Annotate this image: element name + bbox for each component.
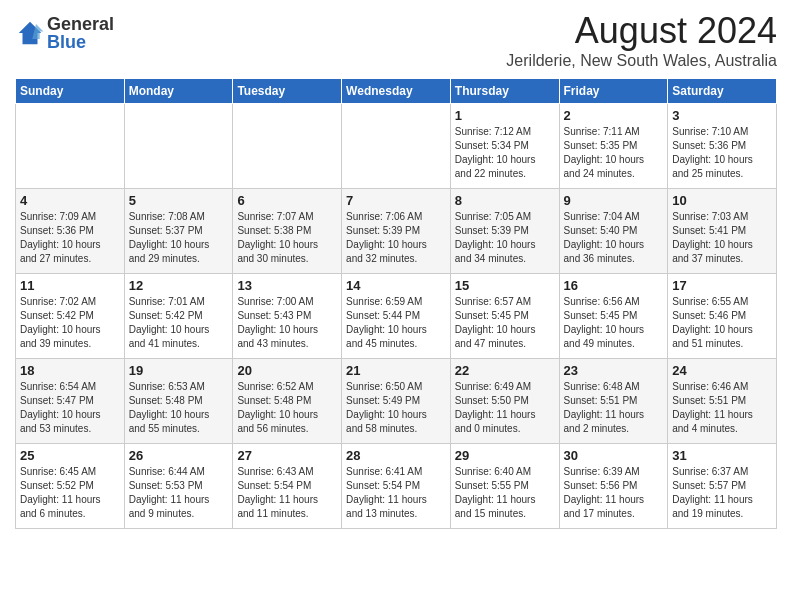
day-info: Sunrise: 7:12 AMSunset: 5:34 PMDaylight:… xyxy=(455,125,555,181)
header-thursday: Thursday xyxy=(450,79,559,104)
calendar-cell: 12Sunrise: 7:01 AMSunset: 5:42 PMDayligh… xyxy=(124,274,233,359)
day-info: Sunrise: 6:48 AMSunset: 5:51 PMDaylight:… xyxy=(564,380,664,436)
day-number: 25 xyxy=(20,448,120,463)
title-block: August 2024 Jerilderie, New South Wales,… xyxy=(506,10,777,70)
calendar-cell: 25Sunrise: 6:45 AMSunset: 5:52 PMDayligh… xyxy=(16,444,125,529)
day-info: Sunrise: 6:49 AMSunset: 5:50 PMDaylight:… xyxy=(455,380,555,436)
calendar-cell: 10Sunrise: 7:03 AMSunset: 5:41 PMDayligh… xyxy=(668,189,777,274)
calendar-cell: 9Sunrise: 7:04 AMSunset: 5:40 PMDaylight… xyxy=(559,189,668,274)
calendar-cell: 22Sunrise: 6:49 AMSunset: 5:50 PMDayligh… xyxy=(450,359,559,444)
header-tuesday: Tuesday xyxy=(233,79,342,104)
day-info: Sunrise: 6:56 AMSunset: 5:45 PMDaylight:… xyxy=(564,295,664,351)
day-number: 27 xyxy=(237,448,337,463)
day-number: 28 xyxy=(346,448,446,463)
day-number: 3 xyxy=(672,108,772,123)
week-row-2: 4Sunrise: 7:09 AMSunset: 5:36 PMDaylight… xyxy=(16,189,777,274)
day-info: Sunrise: 7:11 AMSunset: 5:35 PMDaylight:… xyxy=(564,125,664,181)
day-info: Sunrise: 7:02 AMSunset: 5:42 PMDaylight:… xyxy=(20,295,120,351)
day-number: 11 xyxy=(20,278,120,293)
calendar-cell: 11Sunrise: 7:02 AMSunset: 5:42 PMDayligh… xyxy=(16,274,125,359)
calendar-cell: 7Sunrise: 7:06 AMSunset: 5:39 PMDaylight… xyxy=(342,189,451,274)
calendar-cell: 26Sunrise: 6:44 AMSunset: 5:53 PMDayligh… xyxy=(124,444,233,529)
calendar-cell: 17Sunrise: 6:55 AMSunset: 5:46 PMDayligh… xyxy=(668,274,777,359)
calendar-cell: 3Sunrise: 7:10 AMSunset: 5:36 PMDaylight… xyxy=(668,104,777,189)
header-monday: Monday xyxy=(124,79,233,104)
day-info: Sunrise: 6:37 AMSunset: 5:57 PMDaylight:… xyxy=(672,465,772,521)
calendar-cell: 19Sunrise: 6:53 AMSunset: 5:48 PMDayligh… xyxy=(124,359,233,444)
calendar-cell xyxy=(124,104,233,189)
logo: General Blue xyxy=(15,15,114,51)
day-info: Sunrise: 6:44 AMSunset: 5:53 PMDaylight:… xyxy=(129,465,229,521)
calendar-cell: 31Sunrise: 6:37 AMSunset: 5:57 PMDayligh… xyxy=(668,444,777,529)
day-number: 4 xyxy=(20,193,120,208)
day-number: 17 xyxy=(672,278,772,293)
day-number: 8 xyxy=(455,193,555,208)
page-header: General Blue August 2024 Jerilderie, New… xyxy=(15,10,777,70)
day-info: Sunrise: 6:45 AMSunset: 5:52 PMDaylight:… xyxy=(20,465,120,521)
calendar-cell: 1Sunrise: 7:12 AMSunset: 5:34 PMDaylight… xyxy=(450,104,559,189)
day-info: Sunrise: 7:01 AMSunset: 5:42 PMDaylight:… xyxy=(129,295,229,351)
day-number: 2 xyxy=(564,108,664,123)
calendar-cell: 5Sunrise: 7:08 AMSunset: 5:37 PMDaylight… xyxy=(124,189,233,274)
day-info: Sunrise: 7:08 AMSunset: 5:37 PMDaylight:… xyxy=(129,210,229,266)
day-number: 5 xyxy=(129,193,229,208)
day-number: 23 xyxy=(564,363,664,378)
calendar-cell: 6Sunrise: 7:07 AMSunset: 5:38 PMDaylight… xyxy=(233,189,342,274)
day-info: Sunrise: 7:00 AMSunset: 5:43 PMDaylight:… xyxy=(237,295,337,351)
calendar-cell: 21Sunrise: 6:50 AMSunset: 5:49 PMDayligh… xyxy=(342,359,451,444)
day-info: Sunrise: 7:05 AMSunset: 5:39 PMDaylight:… xyxy=(455,210,555,266)
calendar-cell: 30Sunrise: 6:39 AMSunset: 5:56 PMDayligh… xyxy=(559,444,668,529)
day-info: Sunrise: 7:04 AMSunset: 5:40 PMDaylight:… xyxy=(564,210,664,266)
day-info: Sunrise: 7:09 AMSunset: 5:36 PMDaylight:… xyxy=(20,210,120,266)
day-number: 19 xyxy=(129,363,229,378)
day-info: Sunrise: 6:54 AMSunset: 5:47 PMDaylight:… xyxy=(20,380,120,436)
calendar-cell: 15Sunrise: 6:57 AMSunset: 5:45 PMDayligh… xyxy=(450,274,559,359)
day-info: Sunrise: 7:06 AMSunset: 5:39 PMDaylight:… xyxy=(346,210,446,266)
day-number: 20 xyxy=(237,363,337,378)
week-row-4: 18Sunrise: 6:54 AMSunset: 5:47 PMDayligh… xyxy=(16,359,777,444)
calendar-cell: 14Sunrise: 6:59 AMSunset: 5:44 PMDayligh… xyxy=(342,274,451,359)
calendar-cell: 16Sunrise: 6:56 AMSunset: 5:45 PMDayligh… xyxy=(559,274,668,359)
day-number: 12 xyxy=(129,278,229,293)
day-info: Sunrise: 6:43 AMSunset: 5:54 PMDaylight:… xyxy=(237,465,337,521)
day-info: Sunrise: 6:57 AMSunset: 5:45 PMDaylight:… xyxy=(455,295,555,351)
week-row-1: 1Sunrise: 7:12 AMSunset: 5:34 PMDaylight… xyxy=(16,104,777,189)
day-info: Sunrise: 6:59 AMSunset: 5:44 PMDaylight:… xyxy=(346,295,446,351)
calendar-cell: 24Sunrise: 6:46 AMSunset: 5:51 PMDayligh… xyxy=(668,359,777,444)
location-subtitle: Jerilderie, New South Wales, Australia xyxy=(506,52,777,70)
day-number: 7 xyxy=(346,193,446,208)
day-number: 14 xyxy=(346,278,446,293)
day-info: Sunrise: 6:53 AMSunset: 5:48 PMDaylight:… xyxy=(129,380,229,436)
day-number: 22 xyxy=(455,363,555,378)
calendar-cell: 2Sunrise: 7:11 AMSunset: 5:35 PMDaylight… xyxy=(559,104,668,189)
calendar-cell: 20Sunrise: 6:52 AMSunset: 5:48 PMDayligh… xyxy=(233,359,342,444)
calendar-cell: 23Sunrise: 6:48 AMSunset: 5:51 PMDayligh… xyxy=(559,359,668,444)
day-info: Sunrise: 7:10 AMSunset: 5:36 PMDaylight:… xyxy=(672,125,772,181)
calendar-body: 1Sunrise: 7:12 AMSunset: 5:34 PMDaylight… xyxy=(16,104,777,529)
day-number: 13 xyxy=(237,278,337,293)
logo-general-text: General xyxy=(47,15,114,33)
calendar-cell: 4Sunrise: 7:09 AMSunset: 5:36 PMDaylight… xyxy=(16,189,125,274)
day-info: Sunrise: 6:52 AMSunset: 5:48 PMDaylight:… xyxy=(237,380,337,436)
calendar-cell xyxy=(342,104,451,189)
calendar-cell xyxy=(233,104,342,189)
day-info: Sunrise: 6:46 AMSunset: 5:51 PMDaylight:… xyxy=(672,380,772,436)
day-number: 29 xyxy=(455,448,555,463)
day-info: Sunrise: 6:55 AMSunset: 5:46 PMDaylight:… xyxy=(672,295,772,351)
day-number: 9 xyxy=(564,193,664,208)
day-number: 1 xyxy=(455,108,555,123)
day-number: 16 xyxy=(564,278,664,293)
calendar-cell: 13Sunrise: 7:00 AMSunset: 5:43 PMDayligh… xyxy=(233,274,342,359)
day-number: 24 xyxy=(672,363,772,378)
logo-blue-text: Blue xyxy=(47,33,114,51)
month-year-title: August 2024 xyxy=(506,10,777,52)
header-sunday: Sunday xyxy=(16,79,125,104)
header-saturday: Saturday xyxy=(668,79,777,104)
week-row-5: 25Sunrise: 6:45 AMSunset: 5:52 PMDayligh… xyxy=(16,444,777,529)
day-number: 10 xyxy=(672,193,772,208)
day-info: Sunrise: 6:41 AMSunset: 5:54 PMDaylight:… xyxy=(346,465,446,521)
day-info: Sunrise: 7:03 AMSunset: 5:41 PMDaylight:… xyxy=(672,210,772,266)
day-number: 31 xyxy=(672,448,772,463)
day-info: Sunrise: 6:50 AMSunset: 5:49 PMDaylight:… xyxy=(346,380,446,436)
calendar-cell: 8Sunrise: 7:05 AMSunset: 5:39 PMDaylight… xyxy=(450,189,559,274)
